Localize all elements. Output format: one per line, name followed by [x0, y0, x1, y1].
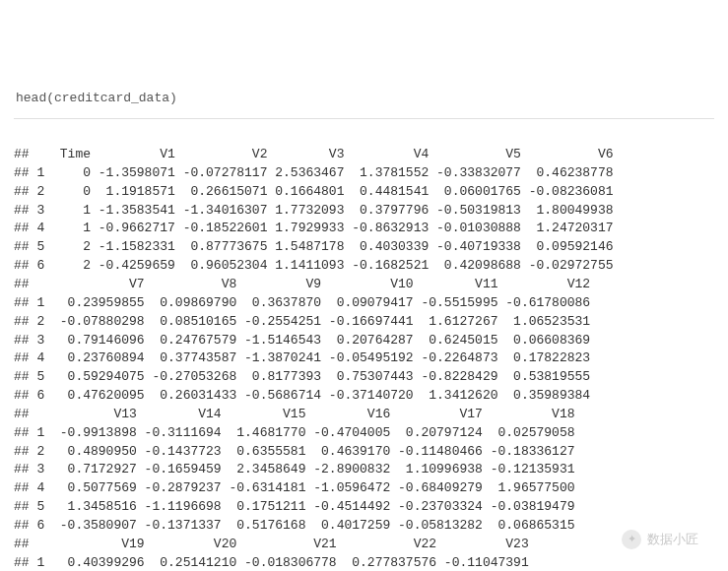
table-row: ## 5 2 -1.1582331 0.87773675 1.5487178 0… — [14, 238, 714, 257]
table-row: ## 4 0.5077569 -0.2879237 -0.6314181 -1.… — [14, 479, 714, 498]
table-row: ## 6 -0.3580907 -0.1371337 0.5176168 0.4… — [14, 517, 714, 536]
table-row: ## 4 0.23760894 0.37743587 -1.3870241 -0… — [14, 349, 714, 368]
table-row: ## 1 0 -1.3598071 -0.07278117 2.5363467 … — [14, 164, 714, 183]
table-header-row: ## Time V1 V2 V3 V4 V5 V6 — [14, 146, 714, 164]
table-row: ## 3 1 -1.3583541 -1.34016307 1.7732093 … — [14, 202, 714, 221]
table-row: ## 3 0.79146096 0.24767579 -1.5146543 0.… — [14, 332, 714, 350]
r-console-output: ## Time V1 V2 V3 V4 V5 V6## 1 0 -1.35980… — [14, 146, 714, 571]
table-row: ## 6 2 -0.4259659 0.96052304 1.1411093 -… — [14, 257, 714, 276]
table-row: ## 5 0.59294075 -0.27053268 0.8177393 0.… — [14, 368, 714, 387]
table-row: ## 1 0.23959855 0.09869790 0.3637870 0.0… — [14, 294, 714, 313]
table-header-row: ## V7 V8 V9 V10 V11 V12 — [14, 276, 714, 294]
table-row: ## 2 0 1.1918571 0.26615071 0.1664801 0.… — [14, 183, 714, 202]
table-row: ## 2 -0.07880298 0.08510165 -0.2554251 -… — [14, 313, 714, 332]
table-row: ## 2 0.4890950 -0.1437723 0.6355581 0.46… — [14, 443, 714, 462]
table-row: ## 1 0.40399296 0.25141210 -0.018306778 … — [14, 554, 714, 571]
table-row: ## 5 1.3458516 -1.1196698 0.1751211 -0.4… — [14, 498, 714, 517]
table-row: ## 4 1 -0.9662717 -0.18522601 1.7929933 … — [14, 220, 714, 238]
table-row: ## 6 0.47620095 0.26031433 -0.5686714 -0… — [14, 387, 714, 406]
table-row: ## 3 0.7172927 -0.1659459 2.3458649 -2.8… — [14, 461, 714, 479]
r-command: head(creditcard_data) — [14, 86, 714, 119]
table-header-row: ## V13 V14 V15 V16 V17 V18 — [14, 406, 714, 424]
table-header-row: ## V19 V20 V21 V22 V23 — [14, 536, 714, 554]
table-row: ## 1 -0.9913898 -0.3111694 1.4681770 -0.… — [14, 424, 714, 443]
